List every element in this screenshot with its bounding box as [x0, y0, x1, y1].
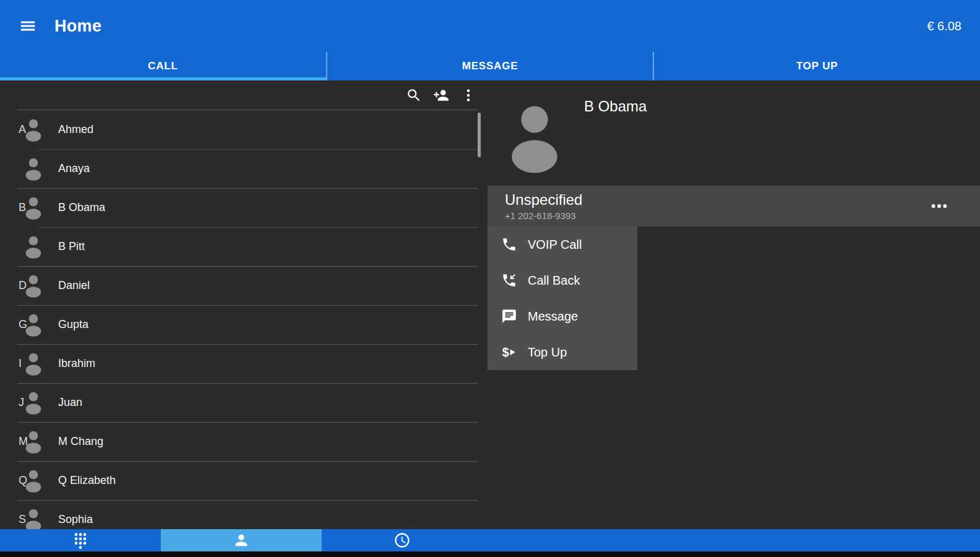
more-vert-icon: [460, 87, 476, 103]
contact-row[interactable]: MM Chang: [0, 422, 483, 461]
nav-contacts-button[interactable]: [161, 529, 322, 551]
contact-avatar-icon: [21, 467, 46, 494]
action-label: Call Back: [528, 274, 580, 288]
contact-row[interactable]: DDaniel: [0, 266, 483, 305]
action-label: VOIP Call: [528, 238, 582, 252]
action-label: Top Up: [528, 345, 567, 360]
group-letter: D: [0, 279, 21, 292]
contact-avatar-icon: [21, 233, 46, 261]
contact-avatar-icon: [21, 311, 46, 339]
contact-row[interactable]: QQ Elizabeth: [0, 461, 483, 500]
contact-detail-avatar-icon: [505, 103, 564, 176]
search-button[interactable]: [406, 87, 422, 103]
number-texts: Unspecified +1 202-618-9393: [505, 191, 582, 221]
action-label: Message: [528, 309, 578, 324]
recents-icon: [393, 532, 411, 549]
contact-avatar-icon: [21, 116, 46, 144]
tab-call[interactable]: CALL: [0, 52, 326, 80]
number-strip: Unspecified +1 202-618-9393: [488, 186, 980, 227]
contact-avatar-icon: [21, 428, 46, 456]
group-letter: A: [0, 123, 21, 136]
top-up-icon: $: [501, 344, 517, 360]
svg-text:$: $: [502, 345, 509, 359]
contacts-toolbar: [0, 80, 483, 110]
contact-name: Juan: [58, 396, 82, 409]
scrollbar[interactable]: [478, 113, 481, 157]
app-screen: Home € 6.08 CALLMESSAGETOP UP AAhmedAnay…: [0, 0, 980, 557]
voip-call-icon: [501, 236, 517, 253]
contact-avatar-icon: [21, 155, 46, 183]
contact-name: Ahmed: [58, 123, 93, 136]
contacts-icon: [233, 532, 250, 549]
nav-recents-button[interactable]: [322, 529, 483, 551]
contact-detail-name: B Obama: [584, 98, 647, 115]
app-bar: Home € 6.08: [0, 0, 980, 52]
call-back-item[interactable]: Call Back: [488, 262, 637, 298]
message-item[interactable]: Message: [488, 298, 637, 334]
contact-name: Anaya: [58, 162, 90, 175]
contact-avatar-icon: [21, 506, 46, 530]
contact-name: B Pitt: [58, 240, 85, 253]
contact-row[interactable]: SSophia: [0, 500, 483, 529]
group-letter: Q: [0, 474, 21, 487]
bottom-nav-bar: [0, 529, 980, 551]
contacts-panel: AAhmedAnayaBB ObamaB PittDDanielGGuptaII…: [0, 80, 483, 529]
call-back-icon: [501, 272, 517, 288]
menu-icon[interactable]: [19, 17, 37, 35]
group-letter: M: [0, 435, 21, 448]
contact-avatar-icon: [21, 389, 46, 417]
voip-call-item[interactable]: VOIP Call: [488, 227, 637, 262]
nav-dialpad-button[interactable]: [0, 529, 161, 551]
contact-row[interactable]: B Pitt: [0, 227, 483, 266]
contact-avatar-icon: [21, 350, 46, 378]
more-vert-button[interactable]: [460, 87, 476, 103]
tab-bar: CALLMESSAGETOP UP: [0, 52, 980, 80]
group-letter: B: [0, 201, 21, 214]
number-label: Unspecified: [505, 191, 582, 209]
balance: € 6.08: [927, 19, 961, 33]
contact-avatar-icon: [21, 272, 46, 300]
nav-black-strip: [0, 551, 980, 557]
page-title: Home: [54, 17, 101, 36]
group-letter: S: [0, 513, 21, 526]
contact-name: Q Elizabeth: [58, 474, 116, 487]
phone-number: +1 202-618-9393: [505, 210, 582, 221]
contact-name: Daniel: [58, 279, 90, 292]
contact-list: AAhmedAnayaBB ObamaB PittDDanielGGuptaII…: [0, 110, 483, 529]
tab-top-up[interactable]: TOP UP: [653, 52, 980, 80]
top-up-item[interactable]: $Top Up: [488, 334, 637, 370]
tab-message[interactable]: MESSAGE: [326, 52, 653, 80]
add-contact-icon: [433, 87, 449, 103]
contact-name: Ibrahim: [58, 357, 95, 370]
dialpad-icon: [72, 532, 89, 549]
bottom-nav: [0, 529, 980, 557]
group-letter: J: [0, 396, 21, 409]
group-letter: G: [0, 318, 21, 331]
add-contact-button[interactable]: [433, 87, 449, 103]
contact-name: B Obama: [58, 201, 105, 214]
more-horiz-icon[interactable]: [929, 196, 949, 216]
contact-row[interactable]: Anaya: [0, 149, 483, 188]
contact-name: M Chang: [58, 435, 103, 448]
contact-row[interactable]: IIbrahim: [0, 344, 483, 383]
contact-row[interactable]: JJuan: [0, 383, 483, 422]
group-letter: I: [0, 357, 21, 370]
search-icon: [406, 87, 422, 103]
contact-row[interactable]: GGupta: [0, 305, 483, 344]
contact-detail-panel: B Obama Unspecified +1 202-618-9393 VOIP…: [483, 80, 980, 529]
contact-row[interactable]: BB Obama: [0, 188, 483, 227]
contact-avatar-icon: [21, 194, 46, 222]
contact-name: Gupta: [58, 318, 88, 331]
contact-name: Sophia: [58, 513, 93, 526]
contact-row[interactable]: AAhmed: [0, 110, 483, 149]
message-icon: [501, 308, 517, 324]
action-menu: VOIP CallCall BackMessage$Top Up: [488, 227, 637, 370]
